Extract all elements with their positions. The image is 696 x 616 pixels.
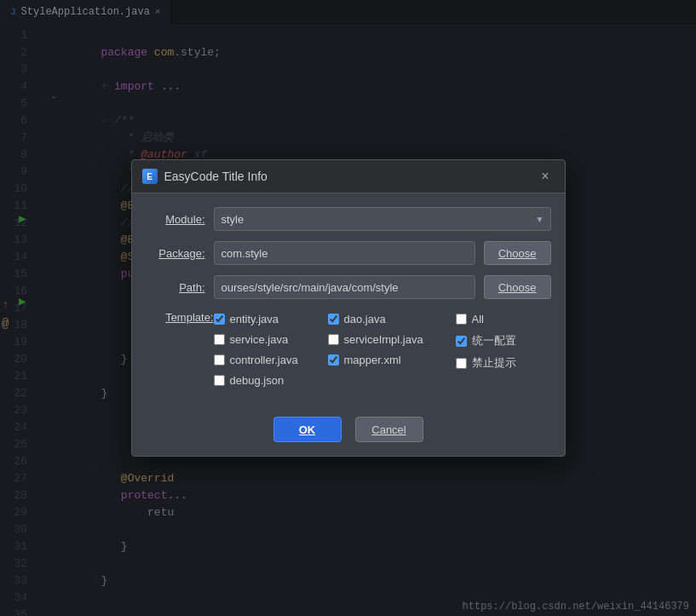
package-input[interactable]	[214, 241, 475, 265]
checkbox-nodisplay-input[interactable]	[456, 358, 467, 369]
dialog-title-area: E EasyCode Title Info	[142, 169, 267, 184]
package-label: Package:	[146, 247, 205, 260]
template-section: Template: entity.java dao.java	[146, 309, 551, 389]
checkbox-all: All	[456, 309, 551, 328]
checkbox-unified-label: 统一配置	[472, 333, 516, 348]
checkbox-debug: debug.json	[214, 371, 328, 389]
easycode-dialog: E EasyCode Title Info × Module: style ma…	[131, 159, 566, 457]
checkbox-controller: controller.java	[214, 350, 328, 369]
checkbox-unified-input[interactable]	[456, 336, 467, 347]
checkbox-dao-label: dao.java	[344, 313, 386, 325]
checkbox-controller-label: controller.java	[230, 354, 298, 366]
checkbox-serviceimpl: serviceImpl.java	[328, 330, 442, 348]
checkbox-serviceimpl-label: serviceImpl.java	[344, 333, 423, 346]
checkbox-service: service.java	[214, 330, 328, 348]
left-checkboxes: entity.java dao.java service.java s	[214, 309, 442, 389]
package-row: Package: Choose	[146, 241, 551, 265]
checkbox-mapper-input[interactable]	[328, 354, 339, 366]
module-label: Module:	[146, 213, 205, 226]
dialog-body: Module: style main ▼ Package: Choose Pat…	[132, 193, 565, 406]
checkbox-mapper: mapper.xml	[328, 350, 442, 369]
checkbox-entity: entity.java	[214, 309, 328, 328]
checkbox-controller-input[interactable]	[214, 354, 225, 366]
checkbox-nodisplay: 禁止提示	[456, 354, 551, 372]
checkbox-dao: dao.java	[328, 309, 442, 328]
dialog-header: E EasyCode Title Info ×	[132, 160, 565, 193]
ok-button[interactable]: OK	[273, 417, 342, 442]
dialog-footer: OK Cancel	[132, 406, 565, 456]
dialog-title: EasyCode Title Info	[164, 170, 267, 183]
checkbox-debug-input[interactable]	[214, 375, 225, 386]
checkbox-unified: 统一配置	[456, 331, 551, 350]
checkbox-serviceimpl-input[interactable]	[328, 334, 339, 345]
checkbox-all-input[interactable]	[456, 314, 467, 325]
path-input[interactable]	[214, 275, 475, 299]
checkbox-entity-label: entity.java	[230, 313, 279, 325]
checkbox-debug-label: debug.json	[230, 374, 285, 387]
checkbox-mapper-label: mapper.xml	[344, 354, 401, 366]
checkbox-service-label: service.java	[230, 333, 289, 346]
path-label: Path:	[146, 281, 205, 294]
module-select[interactable]: style main	[214, 207, 551, 231]
easycode-icon: E	[142, 169, 158, 184]
checkbox-dao-input[interactable]	[328, 314, 339, 325]
checkbox-entity-input[interactable]	[214, 314, 225, 325]
template-label: Template:	[146, 309, 214, 389]
cancel-button[interactable]: Cancel	[355, 417, 423, 442]
checkbox-nodisplay-label: 禁止提示	[472, 355, 516, 371]
choose-path-button[interactable]: Choose	[484, 275, 551, 299]
checkbox-service-input[interactable]	[214, 334, 225, 345]
module-row: Module: style main ▼	[146, 207, 551, 231]
checkbox-all-label: All	[472, 313, 484, 325]
template-checkboxes-area: entity.java dao.java service.java s	[214, 309, 551, 389]
dialog-overlay: E EasyCode Title Info × Module: style ma…	[0, 0, 696, 616]
module-select-wrapper: style main ▼	[214, 207, 551, 231]
path-row: Path: Choose	[146, 275, 551, 299]
right-checkboxes: All 统一配置 禁止提示	[449, 309, 551, 389]
dialog-close-button[interactable]: ×	[536, 167, 554, 186]
choose-package-button[interactable]: Choose	[484, 241, 551, 265]
